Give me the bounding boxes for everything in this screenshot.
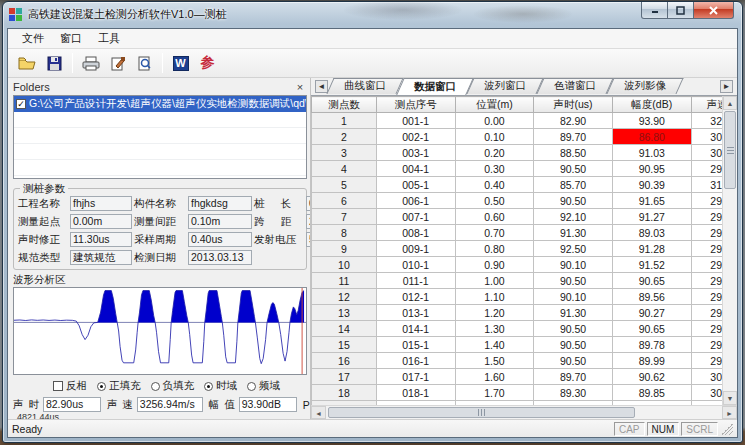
- data-cell[interactable]: 1.10: [455, 289, 534, 305]
- row-index-cell[interactable]: 11: [312, 273, 377, 289]
- table-row[interactable]: 16016-11.5090.5089.992983.430.00: [312, 353, 723, 369]
- data-cell[interactable]: 2918.92: [691, 241, 722, 257]
- row-index-cell[interactable]: 8: [312, 225, 377, 241]
- data-cell[interactable]: 3050.85: [691, 145, 722, 161]
- table-row[interactable]: 8008-10.7091.3089.032957.286.40: [312, 225, 723, 241]
- row-index-cell[interactable]: 10: [312, 257, 377, 273]
- checkbox-icon[interactable]: ✓: [16, 99, 26, 109]
- table-row[interactable]: 18018-11.7089.3089.853023.521.60: [312, 385, 723, 401]
- data-cell[interactable]: 3010.03: [691, 129, 722, 145]
- data-cell[interactable]: 92.10: [534, 209, 613, 225]
- data-cell[interactable]: 013-1: [376, 305, 455, 321]
- tab-2[interactable]: 波列窗口: [470, 78, 540, 94]
- row-index-cell[interactable]: 15: [312, 337, 377, 353]
- column-header[interactable]: 幅度(dB): [612, 97, 691, 113]
- data-cell[interactable]: 91.30: [534, 305, 613, 321]
- row-index-cell[interactable]: 14: [312, 321, 377, 337]
- data-cell[interactable]: 002-1: [376, 129, 455, 145]
- data-cell[interactable]: 0.90: [455, 257, 534, 273]
- row-index-cell[interactable]: 5: [312, 177, 377, 193]
- data-cell[interactable]: 0.70: [455, 225, 534, 241]
- data-cell[interactable]: 90.65: [612, 273, 691, 289]
- param-value[interactable]: 11.30us: [70, 232, 132, 247]
- data-cell[interactable]: 008-1: [376, 225, 455, 241]
- checkbox-icon[interactable]: [53, 381, 63, 391]
- data-cell[interactable]: 2996.67: [691, 257, 722, 273]
- scroll-up-icon[interactable]: ▲: [723, 96, 737, 110]
- data-cell[interactable]: 91.65: [612, 193, 691, 209]
- param-value[interactable]: 0.00m: [306, 196, 310, 211]
- data-cell[interactable]: 92.50: [534, 241, 613, 257]
- data-cell[interactable]: 2983.43: [691, 273, 722, 289]
- resize-grip[interactable]: [721, 423, 733, 435]
- table-row[interactable]: 17017-11.6089.7090.623010.036.40: [312, 369, 723, 385]
- data-cell[interactable]: 2957.28: [691, 225, 722, 241]
- tab-1[interactable]: 数据窗口: [400, 78, 470, 95]
- param-value[interactable]: 0.40us: [188, 232, 252, 247]
- title-bar[interactable]: 高铁建设混凝土检测分析软件V1.0—测桩: [3, 2, 742, 27]
- data-cell[interactable]: 007-1: [376, 209, 455, 225]
- waveform-plot[interactable]: [13, 287, 307, 375]
- data-cell[interactable]: 015-1: [376, 337, 455, 353]
- radio-icon[interactable]: [247, 382, 256, 391]
- parameters-button[interactable]: 参: [194, 51, 221, 75]
- table-row[interactable]: 13013-11.2091.3090.272957.2814.4: [312, 305, 723, 321]
- maximize-button[interactable]: [667, 2, 694, 19]
- radio-icon[interactable]: [204, 382, 213, 391]
- data-cell[interactable]: 014-1: [376, 321, 455, 337]
- minimize-button[interactable]: [641, 2, 668, 19]
- data-cell[interactable]: 1.60: [455, 369, 534, 385]
- word-export-button[interactable]: W: [167, 51, 194, 75]
- data-cell[interactable]: 001-1: [376, 113, 455, 129]
- data-cell[interactable]: 89.30: [534, 385, 613, 401]
- folders-list[interactable]: ✓ G:\公司产品设计开发\超声仪器\超声仪实地检测数据调试\qd\qd03\q…: [13, 95, 307, 179]
- data-cell[interactable]: 009-1: [376, 241, 455, 257]
- freq-domain-radio[interactable]: 频域: [247, 379, 280, 393]
- data-cell[interactable]: 86.80: [612, 129, 691, 145]
- data-cell[interactable]: 90.27: [612, 305, 691, 321]
- menu-item-2[interactable]: 工具: [90, 29, 128, 48]
- data-cell[interactable]: 3010.03: [691, 369, 722, 385]
- wave-field-value[interactable]: 3256.94m/s: [137, 397, 203, 412]
- data-cell[interactable]: 91.03: [612, 145, 691, 161]
- table-row[interactable]: 3003-10.2088.5091.033050.8514.4: [312, 145, 723, 161]
- table-row[interactable]: 15015-11.4090.5089.782983.430.00: [312, 337, 723, 353]
- param-value[interactable]: 270mm: [306, 214, 310, 229]
- table-row[interactable]: 2002-10.1089.7086.803010.03462.4: [312, 129, 723, 145]
- list-item[interactable]: ✓ G:\公司产品设计开发\超声仪器\超声仪实地检测数据调试\qd\qd03\q…: [14, 96, 306, 112]
- table-row[interactable]: 12012-11.1090.1089.562996.671.60: [312, 289, 723, 305]
- data-cell[interactable]: 018-1: [376, 385, 455, 401]
- radio-icon[interactable]: [151, 382, 160, 391]
- data-cell[interactable]: 90.50: [534, 161, 613, 177]
- data-cell[interactable]: 003-1: [376, 145, 455, 161]
- data-cell[interactable]: 1.40: [455, 337, 534, 353]
- table-row[interactable]: 7007-10.6092.1091.272931.6025.6: [312, 209, 723, 225]
- data-cell[interactable]: 82.90: [534, 113, 613, 129]
- param-value[interactable]: 0.00m: [70, 214, 132, 229]
- data-cell[interactable]: 004-1: [376, 161, 455, 177]
- data-cell[interactable]: 91.52: [612, 257, 691, 273]
- row-index-cell[interactable]: 4: [312, 161, 377, 177]
- time-domain-radio[interactable]: 时域: [204, 379, 237, 393]
- data-cell[interactable]: 2983.43: [691, 353, 722, 369]
- save-button[interactable]: [41, 51, 68, 75]
- row-index-cell[interactable]: 2: [312, 129, 377, 145]
- row-index-cell[interactable]: 1: [312, 113, 377, 129]
- row-index-cell[interactable]: 6: [312, 193, 377, 209]
- radio-icon[interactable]: [97, 382, 106, 391]
- vertical-scrollbar[interactable]: ▲ ▼: [722, 96, 737, 405]
- data-cell[interactable]: 0.40: [455, 177, 534, 193]
- row-index-cell[interactable]: 7: [312, 209, 377, 225]
- print-button[interactable]: [77, 51, 104, 75]
- data-cell[interactable]: 006-1: [376, 193, 455, 209]
- column-header[interactable]: 测点数: [312, 97, 377, 113]
- param-value[interactable]: fhjhs: [70, 196, 132, 211]
- scroll-down-icon[interactable]: ▼: [723, 391, 737, 405]
- data-cell[interactable]: 89.70: [534, 129, 613, 145]
- data-cell[interactable]: 90.39: [612, 177, 691, 193]
- table-row[interactable]: 10010-10.9090.1091.522996.6757.6: [312, 257, 723, 273]
- tab-0[interactable]: 曲线窗口: [330, 78, 400, 94]
- data-cell[interactable]: 91.30: [534, 225, 613, 241]
- data-cell[interactable]: 2931.60: [691, 209, 722, 225]
- open-file-button[interactable]: [14, 51, 41, 75]
